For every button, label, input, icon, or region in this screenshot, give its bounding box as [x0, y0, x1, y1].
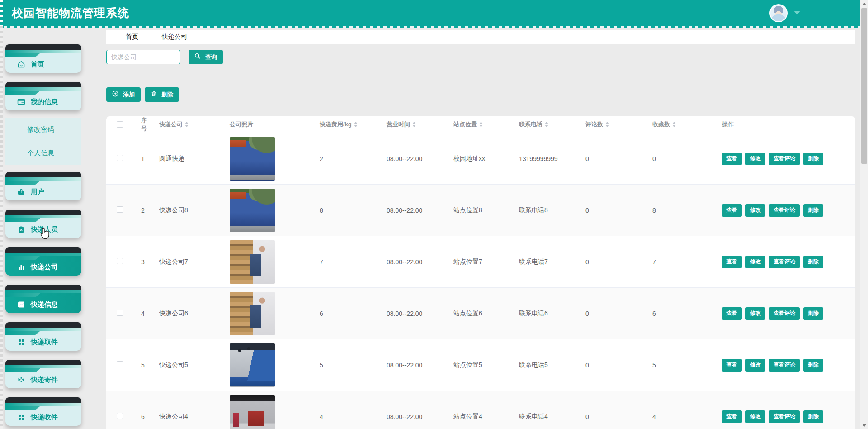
cell-company: 快递公司5 — [152, 361, 223, 369]
row-checkbox[interactable] — [117, 155, 123, 161]
view-comments-button[interactable]: 查看评论 — [769, 256, 800, 268]
company-photo-warehouse-shelf[interactable] — [230, 240, 275, 284]
sidebar-item-courier-info[interactable]: 快递信息 — [5, 285, 81, 313]
delete-row-button[interactable]: 删除 — [803, 359, 823, 372]
search-input[interactable] — [106, 50, 180, 64]
cell-company: 快递公司7 — [152, 258, 223, 266]
add-button[interactable]: 添加 — [106, 87, 141, 102]
sort-icon[interactable] — [545, 122, 548, 127]
sort-icon[interactable] — [672, 122, 676, 127]
sort-icon[interactable] — [185, 122, 189, 127]
sidebar-subitem-personal-info[interactable]: 个人信息 — [5, 141, 81, 165]
search-button[interactable]: 查询 — [189, 50, 223, 64]
row-checkbox[interactable] — [117, 413, 123, 419]
sidebar-subitem-change-password[interactable]: 修改密码 — [5, 118, 81, 141]
user-avatar[interactable] — [769, 4, 788, 22]
card-accent-strip — [5, 328, 81, 331]
view-comments-button[interactable]: 查看评论 — [769, 410, 800, 423]
company-photo-blue-storefront[interactable] — [230, 189, 275, 232]
breadcrumb-home[interactable]: 首页 — [126, 33, 138, 41]
delete-row-button[interactable]: 删除 — [803, 410, 823, 423]
delete-row-button[interactable]: 删除 — [803, 153, 823, 165]
column-header: 序号 — [141, 116, 152, 133]
table-body: 1圆通快递208.00--22.00校园地址xx1319999999900查看修… — [106, 133, 855, 429]
select-all-checkbox[interactable] — [117, 121, 123, 128]
edit-button[interactable]: 修改 — [745, 204, 765, 217]
delete-row-button[interactable]: 删除 — [803, 204, 823, 217]
row-checkbox[interactable] — [117, 206, 123, 213]
cell-company: 快递公司6 — [152, 310, 223, 318]
view-comments-button[interactable]: 查看评论 — [769, 307, 800, 320]
sort-icon[interactable] — [354, 122, 358, 127]
company-photo-store-interior-red[interactable] — [230, 395, 275, 429]
scroll-up-arrow[interactable] — [860, 0, 868, 7]
delete-button[interactable]: 删除 — [145, 87, 179, 102]
view-comments-button[interactable]: 查看评论 — [769, 359, 800, 372]
edit-button[interactable]: 修改 — [745, 359, 765, 372]
card-top-strip — [5, 247, 81, 253]
sidebar-item-my-info[interactable]: 我的信息 — [5, 82, 81, 110]
view-button[interactable]: 查看 — [722, 256, 742, 268]
column-header: 快递公司 — [159, 120, 183, 129]
sidebar-item-home[interactable]: 首页 — [5, 44, 81, 73]
cell-comments: 0 — [579, 155, 646, 162]
sort-icon[interactable] — [605, 122, 609, 127]
delete-row-button[interactable]: 删除 — [803, 256, 823, 268]
cell-hours: 08.00--22.00 — [380, 413, 447, 420]
scroll-down-arrow[interactable] — [860, 422, 868, 429]
view-button[interactable]: 查看 — [722, 307, 742, 320]
company-photo-blue-storefront[interactable] — [230, 137, 275, 181]
table-row: 4快递公司6608.00--22.00站点位置6联系电话606查看修改查看评论删… — [106, 288, 855, 339]
row-checkbox[interactable] — [117, 310, 123, 316]
page-scrollbar[interactable] — [860, 0, 868, 429]
view-comments-button[interactable]: 查看评论 — [769, 204, 800, 217]
sidebar-item-courier-send[interactable]: 快递寄件 — [5, 360, 81, 388]
table-row: 3快递公司7708.00--22.00站点位置7联系电话707查看修改查看评论删… — [106, 236, 855, 288]
sidebar-item-courier-company[interactable]: 快递公司 — [5, 247, 81, 276]
row-checkbox[interactable] — [117, 361, 123, 367]
delete-row-button[interactable]: 删除 — [803, 307, 823, 320]
cell-fee: 7 — [313, 258, 380, 266]
sort-icon[interactable] — [479, 122, 483, 127]
view-button[interactable]: 查看 — [722, 359, 742, 372]
sidebar-item-label: 我的信息 — [31, 98, 58, 106]
sort-icon[interactable] — [412, 122, 416, 127]
edit-button[interactable]: 修改 — [745, 307, 765, 320]
edit-button[interactable]: 修改 — [745, 153, 765, 165]
cell-fee: 5 — [313, 362, 380, 369]
cell-company: 快递公司4 — [152, 413, 223, 421]
sidebar-item-courier-pickup[interactable]: 快递取件 — [5, 322, 81, 351]
cell-favorites: 8 — [646, 207, 715, 214]
view-button[interactable]: 查看 — [722, 204, 742, 217]
view-comments-button[interactable]: 查看评论 — [769, 153, 800, 165]
card-accent-strip — [5, 290, 81, 293]
row-checkbox[interactable] — [117, 258, 123, 264]
card-top-strip — [5, 360, 81, 365]
view-button[interactable]: 查看 — [722, 153, 742, 165]
scrollbar-thumb[interactable] — [861, 8, 867, 164]
main-content: 首页 —— 快递公司 查询 添加 — [89, 28, 868, 429]
view-button[interactable]: 查看 — [722, 410, 742, 423]
card-accent-strip — [5, 215, 81, 218]
company-photo-warehouse-shelf[interactable] — [230, 292, 275, 335]
app-header: 校园智能物流管理系统 — [0, 0, 868, 26]
company-photo-store-interior-blue[interactable] — [230, 343, 275, 387]
sidebar-item-courier-receive[interactable]: 快递收件 — [5, 397, 81, 426]
cell-index: 3 — [134, 258, 152, 266]
cell-company: 圆通快递 — [152, 155, 223, 163]
cell-favorites: 6 — [646, 310, 715, 317]
card-top-strip — [5, 397, 81, 403]
chevron-down-icon[interactable] — [794, 11, 800, 15]
sidebar-item-courier-staff[interactable]: 快递人员 — [5, 210, 81, 238]
edit-button[interactable]: 修改 — [745, 256, 765, 268]
cell-hours: 08.00--22.00 — [380, 310, 447, 317]
edit-button[interactable]: 修改 — [745, 410, 765, 423]
sidebar-submenu: 修改密码个人信息 — [5, 118, 81, 165]
cell-site: 站点位置4 — [447, 413, 512, 421]
cell-favorites: 0 — [646, 155, 715, 162]
sidebar-item-user[interactable]: 用户 — [5, 172, 81, 200]
table-header-row: 序号快递公司公司照片快递费用/kg营业时间站点位置联系电话评论数收藏数操作 — [106, 116, 855, 133]
parcel-icon — [17, 376, 25, 384]
cell-hours: 08.00--22.00 — [380, 207, 447, 214]
breadcrumb-current: 快递公司 — [162, 33, 187, 41]
